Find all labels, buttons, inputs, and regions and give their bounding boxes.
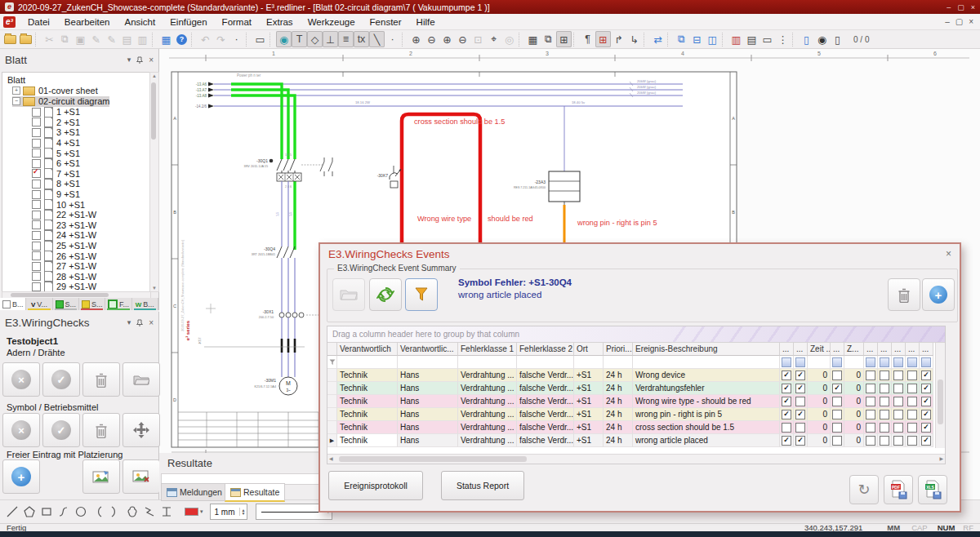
menu-werkzeuge[interactable]: Werkzeuge [301, 16, 363, 28]
filter-chip-icon[interactable] [880, 357, 889, 367]
tree-folder[interactable]: +01-cover sheet [12, 86, 98, 96]
page-checkbox[interactable] [32, 108, 41, 117]
expand-icon[interactable]: + [12, 87, 20, 95]
tree-page-item[interactable]: 23 +S1-W [32, 220, 96, 231]
tree-page-item[interactable]: 6 +S1 [32, 158, 80, 169]
symbols-delete-button[interactable] [82, 413, 120, 447]
dialog-close-icon[interactable]: × [946, 248, 951, 260]
undo-icon[interactable]: ↶ [198, 31, 213, 47]
table-cell[interactable]: Verdrahtung ... [458, 421, 517, 434]
text-tool-icon[interactable]: T [292, 31, 307, 47]
table-cell-number[interactable]: 0 [808, 382, 831, 395]
table-cell-number[interactable]: 0 [808, 408, 831, 421]
column-header[interactable]: Priori... [604, 343, 633, 356]
tree-page-item[interactable]: 25 +S1-W [32, 241, 96, 251]
symbols-accept-button[interactable]: ✓ [42, 413, 80, 447]
cut-icon[interactable]: ✂ [42, 31, 57, 47]
table-cell[interactable]: Technik [337, 395, 398, 408]
table-cell-number[interactable]: 0 [808, 395, 831, 408]
table-cell[interactable]: Verdrahtung ... [458, 369, 517, 382]
zoom-selection-icon[interactable]: ⌖ [486, 31, 501, 47]
tree-page-item[interactable]: 5 +S1 [32, 148, 80, 158]
zoom-reduce-icon[interactable]: ⊖ [455, 31, 470, 47]
tree-page-item[interactable]: 4 +S1 [32, 138, 80, 149]
probe-tool-icon[interactable]: ⊥ [323, 31, 338, 47]
checkbox-unchecked-icon[interactable] [893, 371, 903, 380]
grid-icon[interactable]: ▦ [525, 31, 541, 47]
table-cell[interactable]: Technik [337, 369, 398, 382]
chevron-down-icon[interactable]: ▾ [127, 55, 131, 64]
page-checkbox[interactable] [32, 139, 41, 148]
free-entry-add-button[interactable]: + [2, 459, 40, 494]
highlight-tool-icon[interactable]: ◉ [276, 31, 292, 47]
column-header[interactable]: ... [864, 343, 878, 356]
table-cell-number[interactable]: 0 [808, 421, 831, 434]
column-header[interactable]: ... [794, 343, 808, 356]
checkbox-checked-icon[interactable]: ✓ [921, 436, 931, 446]
menu-fenster[interactable]: Fenster [363, 16, 409, 28]
page-checkbox[interactable] [32, 211, 41, 220]
tree-page-item[interactable]: 24 +S1-W [32, 230, 96, 241]
table-cell[interactable]: 24 h [604, 421, 633, 434]
tab-resultate[interactable]: Resultate [225, 483, 285, 502]
copy-icon[interactable]: ⧉ [57, 31, 73, 47]
panel-tab-B[interactable]: B... [0, 298, 26, 310]
help-icon[interactable]: ? [174, 31, 189, 47]
checkbox-unchecked-icon[interactable] [893, 384, 903, 393]
module-gray-icon[interactable]: ▤ [744, 31, 760, 47]
table-cell[interactable]: 24 h [604, 382, 633, 395]
checkbox-unchecked-icon[interactable] [907, 371, 917, 380]
tree-page-item[interactable]: 9 +S1 [32, 189, 80, 200]
menu-hilfe[interactable]: Hilfe [409, 16, 443, 28]
checkbox-checked-icon[interactable]: ✓ [782, 397, 791, 406]
checkbox-checked-icon[interactable]: ✓ [782, 371, 791, 380]
redo-icon[interactable]: ↷ [213, 31, 229, 47]
fit-frame-icon[interactable]: ▭ [760, 31, 775, 47]
table-cell[interactable]: falsche Verdr... [517, 408, 574, 421]
checkbox-unchecked-icon[interactable] [880, 384, 889, 393]
column-header[interactable]: Ort [574, 343, 604, 356]
line-tool-icon[interactable]: ╲ [369, 31, 385, 47]
table-cell[interactable]: +S1 [574, 382, 604, 395]
table-cell[interactable]: cross section should be 1.5 [633, 421, 780, 434]
checkbox-unchecked-icon[interactable] [832, 397, 842, 406]
menu-format[interactable]: Format [215, 16, 259, 28]
line-shape-icon[interactable] [5, 504, 20, 519]
copy-format-icon[interactable]: ▤ [119, 31, 135, 47]
paragraph-icon[interactable]: ¶ [580, 31, 595, 47]
import-document-icon[interactable] [18, 31, 33, 47]
filter-chip-icon[interactable] [893, 357, 903, 367]
table-cell[interactable]: Technik [337, 408, 398, 421]
table-row[interactable]: TechnikHansVerdrahtung ...falsche Verdr.… [327, 408, 933, 421]
table-cell[interactable]: Hans [398, 369, 458, 382]
page-checkbox[interactable] [32, 262, 41, 271]
summary-refresh-button[interactable] [369, 278, 402, 311]
tree-page-item[interactable]: 29 +S1-W [32, 282, 96, 292]
column-header[interactable]: Fehlerklasse 2 [517, 343, 574, 356]
event-log-button[interactable]: Ereignisprotokoll [328, 471, 423, 500]
column-header[interactable]: Zeit ... [808, 343, 831, 356]
table-cell[interactable]: falsche Verdr... [517, 421, 574, 434]
column-header[interactable]: ... [920, 343, 933, 356]
checkbox-unchecked-icon[interactable] [866, 384, 875, 393]
menu-einfgen[interactable]: Einfügen [163, 16, 214, 28]
format-brush-icon[interactable]: ✎ [88, 31, 104, 47]
checkbox-unchecked-icon[interactable] [795, 397, 805, 406]
table-cell[interactable]: +S1 [574, 369, 604, 382]
page-checkbox[interactable] [32, 159, 41, 168]
tree-page-item[interactable]: 2 +S1 [32, 118, 80, 128]
rectangle-shape-icon[interactable] [39, 504, 54, 519]
tree-page-item[interactable]: 10 +S1 [32, 199, 85, 210]
checkbox-checked-icon[interactable]: ✓ [795, 410, 805, 419]
table-cell[interactable]: Hans [398, 434, 458, 447]
column-header[interactable]: Z... [844, 343, 864, 356]
table-cell[interactable]: wrong article placed [633, 434, 780, 447]
table-cell[interactable]: falsche Verdr... [517, 395, 574, 408]
pin-icon[interactable] [136, 319, 143, 326]
filter-chip-icon[interactable] [782, 357, 791, 367]
tree-page-item[interactable]: 22 +S1-W [32, 210, 96, 220]
checkbox-unchecked-icon[interactable] [832, 410, 842, 419]
checkbox-unchecked-icon[interactable] [893, 423, 903, 433]
zoom-in-icon[interactable]: ⊕ [408, 31, 424, 47]
table-cell[interactable]: falsche Verdr... [517, 382, 574, 395]
